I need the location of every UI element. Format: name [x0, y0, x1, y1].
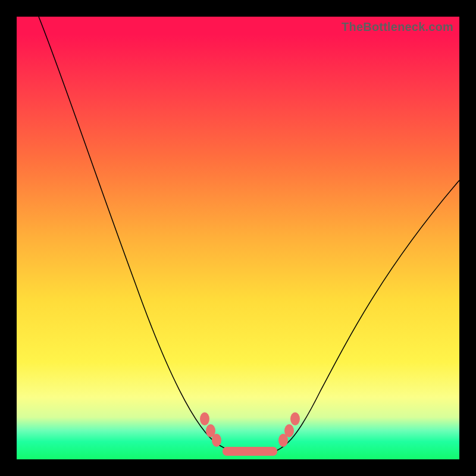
bottleneck-curve-svg [17, 17, 459, 459]
curve-trough-band [223, 447, 277, 456]
outer-frame: TheBottleneck.com [0, 0, 476, 476]
curve-marker-left-1 [200, 412, 209, 425]
plot-area: TheBottleneck.com [17, 17, 459, 459]
bottleneck-curve-path [39, 17, 459, 455]
curve-marker-right-3 [290, 412, 300, 425]
curve-marker-right-2 [284, 424, 294, 437]
curve-marker-left-3 [212, 434, 221, 447]
curve-marker-group [200, 412, 300, 456]
